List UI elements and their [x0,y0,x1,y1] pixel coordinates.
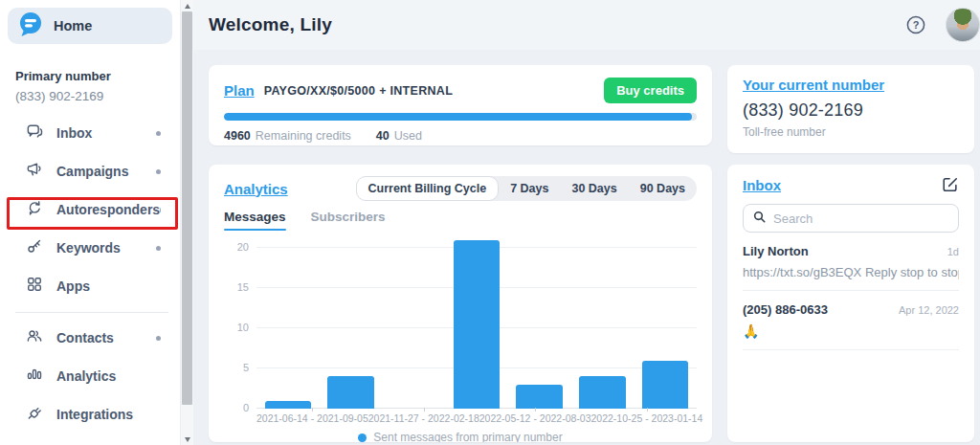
notification-dot [156,246,161,251]
conversation-preview: 🙏 [743,323,959,339]
sidebar-item-label: Apps [56,278,90,294]
primary-number-label: Primary number [15,69,165,83]
sidebar-item-label: Integrations [56,407,133,422]
range-7-days[interactable]: 7 Days [499,178,560,199]
content-area: Plan PAYGO/XX/$0/5000 + INTERNAL Buy cre… [193,50,980,445]
used-credits-label: Used [394,129,422,143]
grid-icon [25,275,44,298]
search-icon [752,210,767,228]
sidebar-item-integrations[interactable]: Integrations [0,395,180,434]
compose-message-icon[interactable] [942,176,959,193]
sidebar-item-label: Inbox [56,125,92,141]
main-area: Welcome, Lily ? Plan PAYGO/XX/$0/5000 + … [193,0,980,445]
sidebar: Home Primary number (833) 902-2169 Inbox [0,0,180,445]
sidebar-nav-secondary: Contacts Analytics [0,319,180,434]
chart-yaxis: 05101520 [224,240,249,409]
tab-messages[interactable]: Messages [224,210,286,231]
plan-name: PAYGO/XX/$0/5000 + INTERNAL [264,84,453,98]
sidebar-item-analytics[interactable]: Analytics [0,357,180,395]
bar-chart-icon [25,365,44,388]
conversation-time: 1d [947,246,959,257]
conversation-name: Lily Norton [743,244,809,258]
range-90-days[interactable]: 90 Days [629,178,697,199]
inbox-card: Inbox [727,165,974,442]
credits-progress-fill [224,113,692,121]
notification-dot [156,169,161,174]
remaining-credits-value: 4960 [224,129,251,143]
sidebar-item-label: Campaigns [56,164,128,179]
scrollbar-up-arrow[interactable] [181,0,194,11]
chart-xlabels: 2021-06-14 - 2021-09-052021-11-27 - 2022… [256,412,697,424]
inbox-search [743,204,959,233]
search-input[interactable] [773,211,949,226]
scrollbar-down-arrow[interactable] [181,434,194,445]
messages-bar-chart: 05101520 2021-06-14 - 2021-09-052021-11-… [224,240,697,442]
current-number-type: Toll-free number [743,125,959,139]
conversation-time: Apr 12, 2022 [899,304,959,316]
primary-number-value: (833) 902-2169 [15,89,165,103]
left-column: Plan PAYGO/XX/$0/5000 + INTERNAL Buy cre… [209,65,712,445]
sidebar-item-keywords[interactable]: Keywords [0,229,180,267]
tab-subscribers[interactable]: Subscribers [311,210,386,231]
conversation-name: (205) 886-0633 [743,302,828,317]
buy-credits-button[interactable]: Buy credits [604,78,697,103]
sidebar-item-label: Analytics [56,368,116,384]
plan-card: Plan PAYGO/XX/$0/5000 + INTERNAL Buy cre… [209,65,712,145]
svg-text:?: ? [913,19,920,31]
inbox-link[interactable]: Inbox [743,177,781,193]
notification-dot [160,208,161,212]
your-current-number-link[interactable]: Your current number [743,77,884,93]
contacts-icon [25,326,44,349]
date-range-segmented-control: Current Billing Cycle 7 Days 30 Days 90 … [356,176,697,201]
sidebar-item-inbox[interactable]: Inbox [0,114,180,152]
app-logo-icon [17,11,44,41]
primary-number-block: Primary number (833) 902-2169 [15,69,165,103]
chart-bars [256,240,697,409]
conversation-row[interactable]: Lily Norton 1d https://txt.so/gB3EQX Rep… [743,233,959,291]
app-window: Home Primary number (833) 902-2169 Inbox [0,0,980,445]
scrollbar-thumb[interactable] [182,11,192,405]
current-number-card: Your current number (833) 902-2169 Toll-… [727,65,974,153]
sidebar-item-contacts[interactable]: Contacts [0,319,180,357]
megaphone-icon [25,160,44,183]
autoresponder-icon [25,198,44,221]
notification-dot [156,131,161,136]
sidebar-item-campaigns[interactable]: Campaigns [0,152,180,190]
user-avatar[interactable] [946,8,980,42]
right-column: Your current number (833) 902-2169 Toll-… [727,65,974,445]
analytics-tabs: Messages Subscribers [224,210,697,231]
legend-label: Sent messages from primary number [373,431,562,442]
analytics-link[interactable]: Analytics [224,181,288,197]
plug-icon [25,403,44,426]
chart-legend: Sent messages from primary number [224,431,697,442]
legend-dot-icon [358,434,367,442]
conversation-row[interactable]: (205) 886-0633 Apr 12, 2022 🙏 [743,291,959,350]
chart-plot [256,240,697,409]
top-bar: Welcome, Lily ? [193,0,980,50]
conversation-preview: https://txt.so/gB3EQX Reply stop to stop [743,265,959,279]
range-current-billing-cycle[interactable]: Current Billing Cycle [356,176,500,201]
sidebar-item-label: Keywords [56,240,121,256]
remaining-credits-label: Remaining credits [256,129,351,143]
analytics-card: Analytics Current Billing Cycle 7 Days 3… [209,165,712,442]
chat-icon [25,122,44,145]
key-icon [25,236,44,259]
sidebar-item-autoresponders[interactable]: Autoresponders [0,190,180,229]
sidebar-item-label: Contacts [56,330,114,345]
notification-dot [156,336,161,341]
sidebar-item-home[interactable]: Home [8,8,172,44]
page-title: Welcome, Lily [209,14,332,35]
range-30-days[interactable]: 30 Days [560,178,628,199]
sidebar-nav-primary: Inbox Campaigns [0,114,180,305]
plan-link[interactable]: Plan [224,82,255,99]
sidebar-divider [15,312,168,313]
used-credits-value: 40 [376,129,390,143]
credits-progress-bar [224,113,697,121]
help-icon[interactable]: ? [905,14,926,35]
sidebar-item-apps[interactable]: Apps [0,267,180,305]
sidebar-home-label: Home [54,18,92,33]
vertical-scrollbar[interactable] [180,0,193,445]
sidebar-item-label: Autoresponders [56,202,160,217]
current-number-value: (833) 902-2169 [743,100,959,121]
